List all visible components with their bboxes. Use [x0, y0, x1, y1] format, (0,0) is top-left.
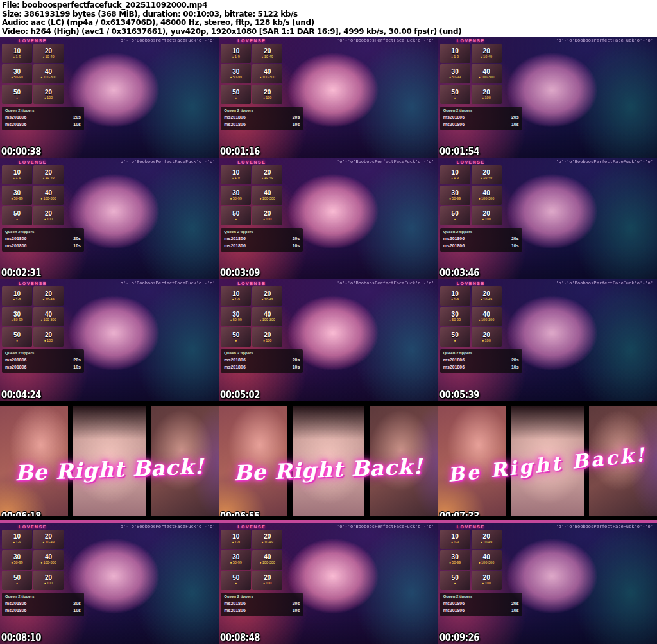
top-tippers-box: Queen 2 tippers ms201806 20s ms201806 10…	[2, 107, 84, 130]
tipper-row: ms201806 10s	[224, 121, 300, 128]
lovense-logo: LOVENSE	[440, 160, 502, 164]
tip-menu-tile: 2010-49	[33, 44, 64, 63]
video-thumbnail-cell: LOVENSE 101-9 2010-49 3050-99 40100-300 …	[219, 37, 438, 158]
tip-menu-tile: 2010-49	[33, 286, 64, 306]
tip-menu-tile: 3050-99	[221, 550, 251, 570]
tile-range: 100	[44, 96, 53, 100]
tile-amount: 10	[452, 48, 459, 55]
tile-amount: 10	[13, 534, 21, 540]
tipper-row: ms201806 10s	[443, 363, 519, 370]
tile-range: 10-49	[262, 297, 273, 302]
tipper-row: ms201806 20s	[5, 235, 81, 242]
tipper-name: ms201806	[443, 607, 465, 614]
tile-range	[454, 338, 456, 343]
tippers-title: Queen 2 tippers	[443, 109, 519, 112]
tip-menu-tile: 20100	[252, 85, 282, 104]
tip-menu-tile: 3050-99	[440, 307, 470, 326]
tile-amount: 50	[13, 575, 21, 581]
tip-menu-tile: 2010-49	[472, 530, 502, 549]
tile-range: 100	[263, 581, 271, 586]
tip-menu-tile: 50	[2, 206, 32, 225]
tipper-row: ms201806 10s	[224, 607, 300, 614]
lovense-logo: LOVENSE	[221, 39, 282, 43]
frame-timestamp: 00:01:54	[439, 146, 479, 157]
tip-menu-overlay: LOVENSE 101-9 2010-49 3050-99 40100-300 …	[440, 160, 502, 252]
tile-range: 100	[482, 338, 491, 343]
tile-range: 100	[44, 581, 53, 586]
tip-menu-tiles: 101-9 2010-49 3050-99 40100-300 50 20100	[221, 286, 282, 347]
tip-menu-overlay: LOVENSE 101-9 2010-49 3050-99 40100-300 …	[221, 160, 282, 252]
tippers-title: Queen 2 tippers	[443, 230, 519, 234]
tipper-name: ms201806	[224, 356, 245, 363]
lovense-logo: LOVENSE	[221, 525, 282, 529]
tippers-title: Queen 2 tippers	[5, 351, 81, 355]
tip-menu-tile: 101-9	[2, 165, 32, 184]
tipper-name: ms201806	[5, 363, 26, 370]
tip-menu-tile: 101-9	[2, 530, 32, 549]
top-tippers-box: Queen 2 tippers ms201806 20s ms201806 10…	[2, 593, 84, 616]
frame-timestamp: 00:09:26	[439, 632, 479, 643]
tip-menu-tile: 50	[440, 206, 470, 225]
tipper-name: ms201806	[5, 607, 26, 614]
tile-amount: 50	[232, 575, 239, 581]
tipper-name: ms201806	[5, 114, 26, 121]
tile-range: 1-9	[451, 55, 459, 59]
tip-menu-tile: 50	[2, 571, 32, 590]
tip-menu-tile: 3050-99	[2, 186, 32, 205]
tip-menu-tile: 40100-300	[252, 186, 282, 205]
tip-menu-tile: 50	[2, 327, 32, 347]
tile-amount: 10	[232, 170, 239, 176]
tipper-value: 20s	[73, 356, 81, 363]
channel-watermark: 'o'-'o'BooboosPerfectFaceFuck'o'-'o'	[556, 524, 653, 529]
tip-menu-tile: 3050-99	[440, 550, 470, 570]
tipper-row: ms201806 10s	[224, 242, 300, 249]
tip-menu-tile: 20100	[472, 571, 502, 590]
tile-range: 100	[482, 217, 491, 222]
tile-range	[454, 581, 456, 586]
channel-watermark: 'o'-'o'BooboosPerfectFaceFuck'o'-'o'	[337, 159, 434, 164]
tile-range	[235, 96, 237, 100]
tip-menu-tile: 101-9	[440, 530, 470, 549]
tip-menu-tile: 20100	[472, 327, 502, 347]
tipper-name: ms201806	[224, 235, 245, 242]
tipper-value: 20s	[293, 235, 300, 242]
tile-amount: 40	[45, 69, 52, 75]
tipper-name: ms201806	[224, 607, 245, 614]
tipper-value: 10s	[511, 121, 519, 128]
tip-menu-tile: 40100-300	[472, 64, 502, 83]
letterbox-bar	[219, 516, 438, 520]
tile-amount: 20	[45, 170, 52, 176]
tile-range: 10-49	[42, 540, 54, 544]
tip-menu-tile: 50	[2, 85, 32, 104]
tipper-name: ms201806	[224, 600, 245, 607]
tip-menu-tile: 40100-300	[33, 550, 64, 570]
tile-range: 50-99	[230, 318, 242, 322]
file-name-line: File: booboosperfectfacefuck_20251109200…	[2, 1, 629, 10]
tile-amount: 30	[13, 69, 21, 75]
tip-menu-tile: 101-9	[221, 44, 251, 63]
tile-amount: 20	[45, 48, 52, 55]
tip-menu-tile: 50	[440, 327, 470, 347]
channel-watermark: 'o'-'o'BooboosPerfectFaceFuck'o'-'o'	[337, 524, 434, 529]
tip-menu-tile: 3050-99	[440, 186, 470, 205]
tile-range	[235, 581, 237, 586]
tip-menu-tile: 2010-49	[252, 530, 282, 549]
tip-menu-overlay: LOVENSE 101-9 2010-49 3050-99 40100-300 …	[440, 525, 502, 616]
tipper-name: ms201806	[224, 363, 245, 370]
tipper-value: 10s	[73, 363, 81, 370]
tippers-title: Queen 2 tippers	[224, 595, 300, 598]
tile-amount: 30	[452, 190, 459, 196]
tile-amount: 10	[232, 534, 239, 540]
top-tippers-box: Queen 2 tippers ms201806 20s ms201806 10…	[221, 349, 303, 373]
tile-range: 100-300	[260, 196, 275, 201]
tip-menu-tile: 3050-99	[221, 186, 251, 205]
tip-menu-tile: 3050-99	[2, 64, 32, 83]
tile-range: 100	[44, 217, 53, 222]
tipper-value: 10s	[293, 363, 300, 370]
tipper-value: 10s	[73, 121, 81, 128]
tip-menu-overlay: LOVENSE 101-9 2010-49 3050-99 40100-300 …	[2, 525, 64, 616]
tile-range: 10-49	[42, 55, 54, 59]
tip-menu-overlay: LOVENSE 101-9 2010-49 3050-99 40100-300 …	[2, 160, 64, 252]
tile-amount: 20	[264, 48, 271, 55]
channel-watermark: 'o'-'o'BooboosPerfectFaceFuck'o'-'o'	[118, 38, 216, 43]
